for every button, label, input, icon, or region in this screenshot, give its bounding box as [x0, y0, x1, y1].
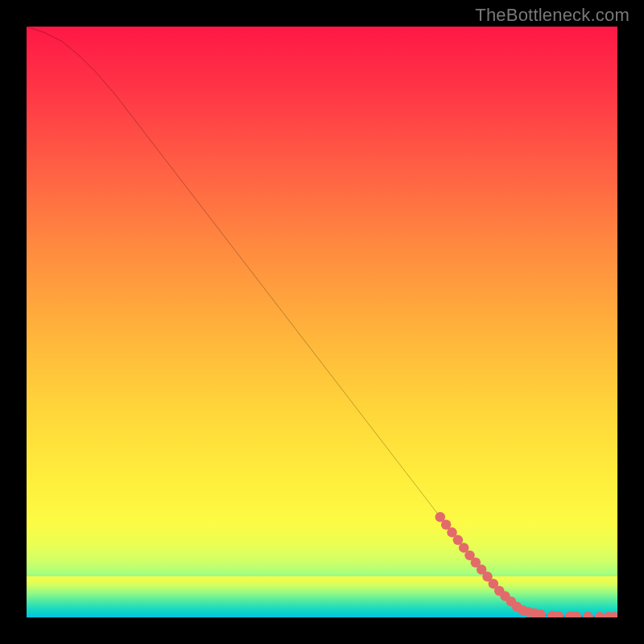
- highlight-dot: [595, 612, 605, 617]
- watermark-text: TheBottleneck.com: [475, 5, 630, 26]
- highlight-dot: [583, 612, 592, 617]
- curve-layer: [27, 27, 617, 617]
- chart-frame: TheBottleneck.com: [0, 0, 644, 644]
- highlight-dots: [436, 512, 617, 617]
- plot-area: [27, 27, 617, 617]
- bottleneck-curve-line: [27, 27, 617, 617]
